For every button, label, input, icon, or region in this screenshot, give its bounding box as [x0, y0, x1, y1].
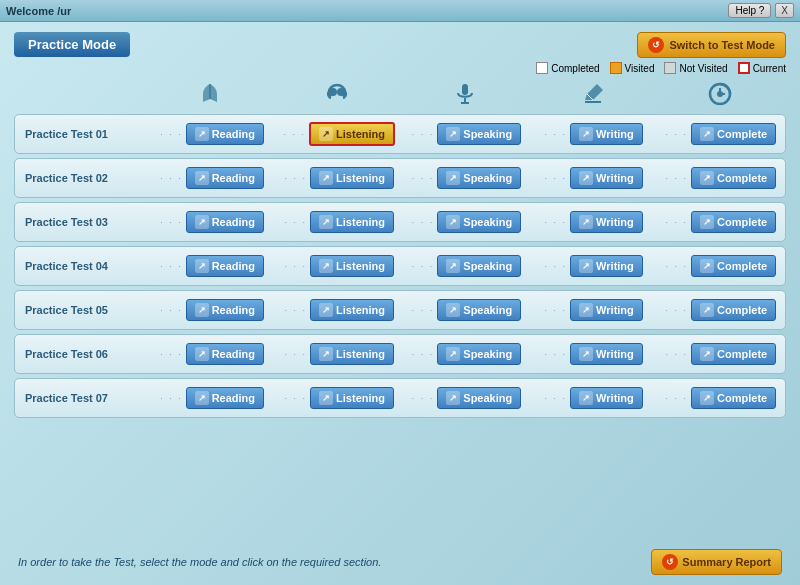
- help-button[interactable]: Help ?: [728, 3, 771, 18]
- test-1-section-writing: · · ·↗Writing: [529, 123, 656, 145]
- close-button[interactable]: X: [775, 3, 794, 18]
- btn-test-5-writing[interactable]: ↗Writing: [570, 299, 643, 321]
- btn-test-2-speaking[interactable]: ↗Speaking: [437, 167, 521, 189]
- btn-icon-listening: ↗: [319, 215, 333, 229]
- btn-label-complete: Complete: [717, 392, 767, 404]
- footer-instruction: In order to take the Test, select the mo…: [18, 556, 381, 568]
- speaking-icon: [401, 80, 529, 108]
- dots-2: · · ·: [412, 305, 435, 315]
- btn-test-4-reading[interactable]: ↗Reading: [186, 255, 264, 277]
- btn-icon-reading: ↗: [195, 171, 209, 185]
- btn-test-4-speaking[interactable]: ↗Speaking: [437, 255, 521, 277]
- btn-test-6-writing[interactable]: ↗Writing: [570, 343, 643, 365]
- legend-completed: Completed: [536, 62, 599, 74]
- btn-test-1-writing[interactable]: ↗Writing: [570, 123, 643, 145]
- test-3-section-complete: · · ·↗Complete: [656, 211, 783, 233]
- dots-3: · · ·: [545, 129, 568, 139]
- footer: In order to take the Test, select the mo…: [14, 547, 786, 577]
- test-7-section-listening: · · ·↗Listening: [274, 387, 401, 409]
- btn-label-listening: Listening: [336, 172, 385, 184]
- test-3-section-listening: · · ·↗Listening: [274, 211, 401, 233]
- btn-label-writing: Writing: [596, 216, 634, 228]
- btn-test-2-listening[interactable]: ↗Listening: [310, 167, 394, 189]
- test-label-6: Practice Test 06: [17, 348, 147, 360]
- btn-label-writing: Writing: [596, 304, 634, 316]
- legend-current: Current: [738, 62, 786, 74]
- btn-icon-listening: ↗: [319, 391, 333, 405]
- btn-test-6-speaking[interactable]: ↗Speaking: [437, 343, 521, 365]
- btn-label-listening: Listening: [336, 128, 385, 140]
- btn-test-2-writing[interactable]: ↗Writing: [570, 167, 643, 189]
- test-4-section-complete: · · ·↗Complete: [656, 255, 783, 277]
- dots-4: · · ·: [666, 217, 689, 227]
- window-controls: Help ? X: [728, 3, 794, 18]
- btn-test-7-listening[interactable]: ↗Listening: [310, 387, 394, 409]
- btn-label-writing: Writing: [596, 172, 634, 184]
- btn-test-2-complete[interactable]: ↗Complete: [691, 167, 776, 189]
- btn-test-1-speaking[interactable]: ↗Speaking: [437, 123, 521, 145]
- btn-test-4-writing[interactable]: ↗Writing: [570, 255, 643, 277]
- test-7-section-writing: · · ·↗Writing: [529, 387, 656, 409]
- dots-1: · · ·: [285, 261, 308, 271]
- btn-label-complete: Complete: [717, 348, 767, 360]
- btn-test-3-speaking[interactable]: ↗Speaking: [437, 211, 521, 233]
- svg-rect-2: [327, 91, 332, 97]
- dots-0: · · ·: [160, 173, 183, 183]
- btn-label-speaking: Speaking: [463, 304, 512, 316]
- btn-test-4-listening[interactable]: ↗Listening: [310, 255, 394, 277]
- btn-test-2-reading[interactable]: ↗Reading: [186, 167, 264, 189]
- btn-icon-speaking: ↗: [446, 259, 460, 273]
- test-row-7: Practice Test 07· · ·↗Reading· · ·↗Liste…: [14, 378, 786, 418]
- switch-to-test-mode-button[interactable]: ↺ Switch to Test Mode: [637, 32, 786, 58]
- btn-test-6-listening[interactable]: ↗Listening: [310, 343, 394, 365]
- btn-icon-writing: ↗: [579, 391, 593, 405]
- dots-4: · · ·: [666, 261, 689, 271]
- btn-icon-complete: ↗: [700, 303, 714, 317]
- btn-test-5-listening[interactable]: ↗Listening: [310, 299, 394, 321]
- btn-test-1-listening[interactable]: ↗Listening: [309, 122, 395, 146]
- test-5-section-writing: · · ·↗Writing: [529, 299, 656, 321]
- btn-test-3-listening[interactable]: ↗Listening: [310, 211, 394, 233]
- test-2-section-reading: · · ·↗Reading: [147, 167, 274, 189]
- btn-test-5-complete[interactable]: ↗Complete: [691, 299, 776, 321]
- test-1-section-reading: · · ·↗Reading: [147, 123, 274, 145]
- btn-test-3-writing[interactable]: ↗Writing: [570, 211, 643, 233]
- btn-label-reading: Reading: [212, 128, 255, 140]
- legend-visited-box: [610, 62, 622, 74]
- btn-label-writing: Writing: [596, 260, 634, 272]
- test-7-section-reading: · · ·↗Reading: [147, 387, 274, 409]
- btn-label-speaking: Speaking: [463, 172, 512, 184]
- btn-test-5-speaking[interactable]: ↗Speaking: [437, 299, 521, 321]
- dots-3: · · ·: [545, 173, 568, 183]
- btn-test-7-complete[interactable]: ↗Complete: [691, 387, 776, 409]
- btn-label-reading: Reading: [212, 216, 255, 228]
- btn-test-6-complete[interactable]: ↗Complete: [691, 343, 776, 365]
- btn-icon-writing: ↗: [579, 259, 593, 273]
- btn-test-5-reading[interactable]: ↗Reading: [186, 299, 264, 321]
- btn-test-3-reading[interactable]: ↗Reading: [186, 211, 264, 233]
- summary-report-button[interactable]: ↺ Summary Report: [651, 549, 782, 575]
- test-row-5: Practice Test 05· · ·↗Reading· · ·↗Liste…: [14, 290, 786, 330]
- test-2-section-writing: · · ·↗Writing: [529, 167, 656, 189]
- test-row-4: Practice Test 04· · ·↗Reading· · ·↗Liste…: [14, 246, 786, 286]
- btn-test-6-reading[interactable]: ↗Reading: [186, 343, 264, 365]
- btn-test-1-reading[interactable]: ↗Reading: [186, 123, 264, 145]
- btn-test-1-complete[interactable]: ↗Complete: [691, 123, 776, 145]
- btn-label-reading: Reading: [212, 392, 255, 404]
- dots-4: · · ·: [666, 349, 689, 359]
- btn-test-4-complete[interactable]: ↗Complete: [691, 255, 776, 277]
- btn-icon-listening: ↗: [319, 259, 333, 273]
- btn-label-complete: Complete: [717, 216, 767, 228]
- test-7-section-complete: · · ·↗Complete: [656, 387, 783, 409]
- test-7-section-speaking: · · ·↗Speaking: [401, 387, 528, 409]
- dots-0: · · ·: [160, 305, 183, 315]
- btn-test-7-speaking[interactable]: ↗Speaking: [437, 387, 521, 409]
- btn-label-speaking: Speaking: [463, 216, 512, 228]
- btn-test-7-writing[interactable]: ↗Writing: [570, 387, 643, 409]
- test-1-section-speaking: · · ·↗Speaking: [401, 123, 528, 145]
- test-4-section-writing: · · ·↗Writing: [529, 255, 656, 277]
- btn-test-3-complete[interactable]: ↗Complete: [691, 211, 776, 233]
- test-label-2: Practice Test 02: [17, 172, 147, 184]
- btn-test-7-reading[interactable]: ↗Reading: [186, 387, 264, 409]
- btn-icon-writing: ↗: [579, 215, 593, 229]
